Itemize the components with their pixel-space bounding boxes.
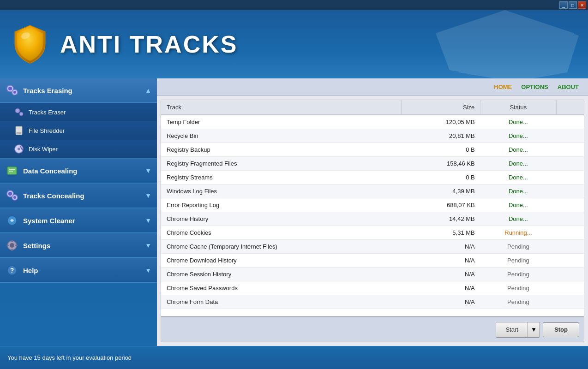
nav-about[interactable]: ABOUT <box>558 83 579 90</box>
cell-size: 0 B <box>401 171 480 184</box>
cell-extra <box>556 268 584 281</box>
stop-button[interactable]: Stop <box>543 322 579 337</box>
col-header-status: Status <box>480 100 556 115</box>
cell-size: 688,07 KB <box>401 198 480 212</box>
svg-point-5 <box>15 108 20 113</box>
svg-point-19 <box>8 192 12 196</box>
sidebar-item-system-cleaner[interactable]: System Cleaner ▼ <box>0 208 157 233</box>
cell-status: Running... <box>480 226 556 240</box>
cell-track: Chrome Download History <box>161 254 401 268</box>
cell-track: Chrome Cache (Temporary Internet Files) <box>161 240 401 254</box>
cell-status: Pending <box>480 281 556 295</box>
svg-point-2 <box>8 87 12 90</box>
cell-status: Done... <box>480 115 556 129</box>
settings-icon <box>6 239 18 252</box>
table-row: Chrome Cache (Temporary Internet Files) … <box>161 240 584 254</box>
cell-extra <box>556 240 584 254</box>
sidebar-item-disk-wiper[interactable]: Disk Wiper <box>0 140 157 158</box>
col-header-size: Size <box>401 100 480 115</box>
cell-status: Pending <box>480 254 556 268</box>
svg-rect-16 <box>9 169 15 170</box>
cell-size: N/A <box>401 254 480 268</box>
table-row: Registry Fragmented Files 158,46 KB Done… <box>161 157 584 171</box>
help-chevron: ▼ <box>145 267 151 274</box>
svg-rect-27 <box>6 245 9 246</box>
file-shredder-icon <box>14 125 24 136</box>
tracks-concealing-icon <box>6 189 18 202</box>
cell-size: 158,46 KB <box>401 157 480 171</box>
cell-status: Done... <box>480 212 556 226</box>
data-concealing-chevron: ▼ <box>145 167 151 174</box>
sidebar-item-settings[interactable]: Settings ▼ <box>0 233 157 258</box>
cell-track: Registry Streams <box>161 171 401 184</box>
cell-status: Pending <box>480 268 556 281</box>
app-title: ANTI TRACKS <box>60 30 238 58</box>
table-row: Chrome Download History N/A Pending <box>161 254 584 268</box>
cell-track: Chrome Saved Passwords <box>161 281 401 295</box>
status-message: You have 15 days left in your evaluation… <box>7 354 132 361</box>
col-header-track: Track <box>161 100 401 115</box>
dropdown-arrow-icon: ▼ <box>531 326 537 333</box>
sidebar-item-file-shredder[interactable]: File Shredder <box>0 121 157 140</box>
svg-point-24 <box>10 243 14 248</box>
cell-size: N/A <box>401 240 480 254</box>
start-button[interactable]: Start <box>496 322 527 337</box>
cell-track: Windows Log Files <box>161 184 401 198</box>
nav-home[interactable]: HOME <box>494 83 512 90</box>
cell-extra <box>556 295 584 309</box>
nav-options[interactable]: OPTIONS <box>521 83 548 90</box>
svg-rect-17 <box>9 171 13 172</box>
help-icon: ? <box>6 264 18 277</box>
cell-extra <box>556 226 584 240</box>
table-row: Temp Folder 120,05 MB Done... <box>161 115 584 129</box>
content-area: HOME OPTIONS ABOUT Track Size Status Tem… <box>157 78 588 346</box>
shield-logo <box>9 24 51 65</box>
start-dropdown-button[interactable]: ▼ <box>528 322 540 337</box>
sidebar-section-tracks-erasing: Tracks Erasing ▲ Tracks Eraser File Shr <box>0 78 157 159</box>
col-header-extra <box>556 100 584 115</box>
cell-size: 20,81 MB <box>401 129 480 143</box>
settings-chevron: ▼ <box>145 242 151 249</box>
cell-extra <box>556 281 584 295</box>
cell-size: N/A <box>401 281 480 295</box>
settings-label: Settings <box>23 242 145 250</box>
sidebar-section-tracks-concealing: Tracks Concealing ▼ <box>0 184 157 208</box>
minimize-button[interactable]: _ <box>559 1 568 9</box>
cell-size: 0 B <box>401 143 480 157</box>
system-cleaner-chevron: ▼ <box>145 217 151 224</box>
cell-extra <box>556 171 584 184</box>
disk-wiper-label: Disk Wiper <box>29 146 58 153</box>
disk-wiper-icon <box>14 144 24 154</box>
system-cleaner-label: System Cleaner <box>23 217 145 225</box>
sidebar-item-tracks-eraser[interactable]: Tracks Eraser <box>0 103 157 121</box>
sidebar-section-data-concealing: Data Concealing ▼ <box>0 159 157 184</box>
sidebar-item-help[interactable]: ? Help ▼ <box>0 258 157 283</box>
cell-track: Chrome Session History <box>161 268 401 281</box>
close-button[interactable]: ✕ <box>578 1 586 9</box>
cell-status: Done... <box>480 157 556 171</box>
svg-point-21 <box>13 196 16 199</box>
file-shredder-label: File Shredder <box>29 127 65 134</box>
cell-size: 14,42 MB <box>401 212 480 226</box>
cell-size: 120,05 MB <box>401 115 480 129</box>
sidebar-section-settings: Settings ▼ <box>0 233 157 258</box>
svg-rect-26 <box>12 249 13 251</box>
system-cleaner-icon <box>6 214 18 227</box>
sidebar-section-help: ? Help ▼ <box>0 258 157 283</box>
svg-rect-25 <box>12 240 13 242</box>
restore-button[interactable]: □ <box>569 1 577 9</box>
table-row: Registry Backup 0 B Done... <box>161 143 584 157</box>
table-row: Recycle Bin 20,81 MB Done... <box>161 129 584 143</box>
cell-size: 4,39 MB <box>401 184 480 198</box>
table-row: Chrome Cookies 5,31 MB Running... <box>161 226 584 240</box>
cell-extra <box>556 157 584 171</box>
cell-track: Temp Folder <box>161 115 401 129</box>
sidebar-item-data-concealing[interactable]: Data Concealing ▼ <box>0 159 157 183</box>
cell-extra <box>556 115 584 129</box>
titlebar: _ □ ✕ <box>0 0 588 10</box>
table-row: Chrome Saved Passwords N/A Pending <box>161 281 584 295</box>
sidebar-item-tracks-concealing[interactable]: Tracks Concealing ▼ <box>0 184 157 208</box>
cell-track: Registry Backup <box>161 143 401 157</box>
table-row: Error Reporting Log 688,07 KB Done... <box>161 198 584 212</box>
sidebar-item-tracks-erasing[interactable]: Tracks Erasing ▲ <box>0 78 157 103</box>
